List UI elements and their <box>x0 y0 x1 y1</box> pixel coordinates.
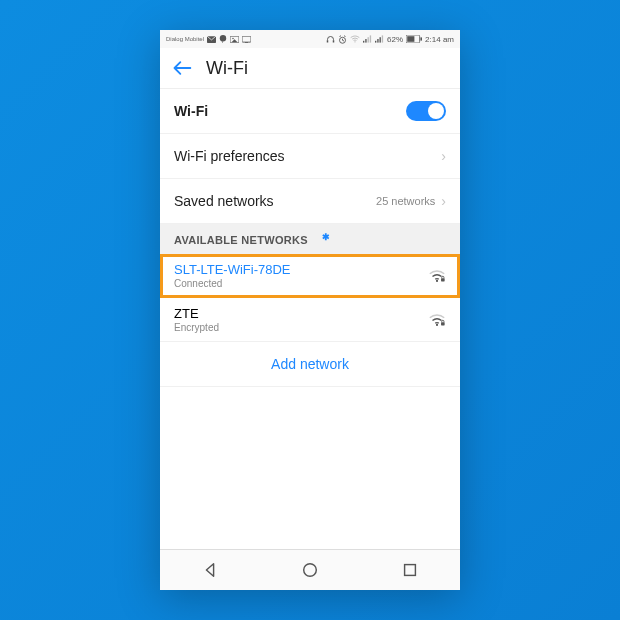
saved-networks-count: 25 networks <box>376 195 435 207</box>
network-status: Connected <box>174 278 291 289</box>
network-item[interactable]: ZTE Encrypted <box>160 298 460 342</box>
header: Wi-Fi <box>160 48 460 89</box>
nav-home-icon[interactable] <box>301 561 319 579</box>
svg-rect-24 <box>441 322 445 325</box>
wifi-preferences-row[interactable]: Wi-Fi preferences › <box>160 134 460 179</box>
svg-rect-14 <box>375 41 376 43</box>
wifi-signal-lock-icon <box>428 313 446 327</box>
wifi-toggle-label: Wi-Fi <box>174 103 208 119</box>
saved-networks-label: Saved networks <box>174 193 274 209</box>
signal-icon-2 <box>375 35 384 43</box>
svg-rect-13 <box>370 35 371 42</box>
nav-recent-icon[interactable] <box>401 561 419 579</box>
svg-rect-19 <box>407 36 414 42</box>
network-name: ZTE <box>174 306 219 321</box>
chat-icon <box>219 35 227 43</box>
wifi-signal-lock-icon <box>428 269 446 283</box>
chevron-right-icon: › <box>441 149 446 163</box>
svg-rect-6 <box>327 40 329 42</box>
section-title: AVAILABLE NETWORKS <box>174 234 308 246</box>
svg-rect-5 <box>245 42 248 43</box>
svg-rect-22 <box>441 278 445 281</box>
network-item-connected[interactable]: SLT-LTE-WiFi-78DE Connected <box>160 254 460 298</box>
available-networks-header: AVAILABLE NETWORKS ✱ <box>160 224 460 254</box>
page-title: Wi-Fi <box>206 58 248 79</box>
svg-point-3 <box>232 37 234 39</box>
wifi-preferences-label: Wi-Fi preferences <box>174 148 284 164</box>
android-nav-bar <box>160 549 460 590</box>
signal-icon-1 <box>363 35 372 43</box>
svg-rect-7 <box>333 40 335 42</box>
battery-icon <box>406 35 422 43</box>
svg-point-25 <box>304 564 317 577</box>
image-icon <box>230 36 239 43</box>
wifi-toggle[interactable] <box>406 101 446 121</box>
screen-icon <box>242 36 251 43</box>
alarm-icon <box>338 35 347 44</box>
svg-point-21 <box>436 279 438 281</box>
refresh-icon[interactable]: ✱ <box>322 232 330 242</box>
svg-rect-15 <box>377 39 378 43</box>
saved-networks-row[interactable]: Saved networks 25 networks › <box>160 179 460 224</box>
svg-point-1 <box>220 35 226 41</box>
chevron-right-icon: › <box>441 194 446 208</box>
svg-rect-10 <box>363 41 364 43</box>
svg-rect-20 <box>420 37 422 40</box>
svg-rect-12 <box>368 37 369 42</box>
wifi-toggle-row[interactable]: Wi-Fi <box>160 89 460 134</box>
svg-rect-17 <box>382 35 383 42</box>
status-bar: Dialog Mobitel 62% 2:14 am <box>160 30 460 48</box>
svg-rect-26 <box>405 565 416 576</box>
svg-rect-16 <box>380 37 381 42</box>
wifi-status-icon <box>350 35 360 43</box>
svg-point-9 <box>354 41 355 42</box>
back-icon[interactable] <box>172 60 192 76</box>
svg-point-23 <box>436 323 438 325</box>
add-network-label: Add network <box>271 356 349 372</box>
add-network-button[interactable]: Add network <box>160 342 460 387</box>
headset-icon <box>326 35 335 44</box>
battery-pct: 62% <box>387 35 403 44</box>
mail-icon <box>207 36 216 43</box>
carrier-label: Dialog Mobitel <box>166 36 204 42</box>
phone-frame: Dialog Mobitel 62% 2:14 am Wi-Fi <box>160 30 460 590</box>
network-status: Encrypted <box>174 322 219 333</box>
clock: 2:14 am <box>425 35 454 44</box>
network-name: SLT-LTE-WiFi-78DE <box>174 262 291 277</box>
svg-rect-11 <box>365 39 366 43</box>
nav-back-icon[interactable] <box>201 561 219 579</box>
svg-rect-4 <box>242 36 251 42</box>
